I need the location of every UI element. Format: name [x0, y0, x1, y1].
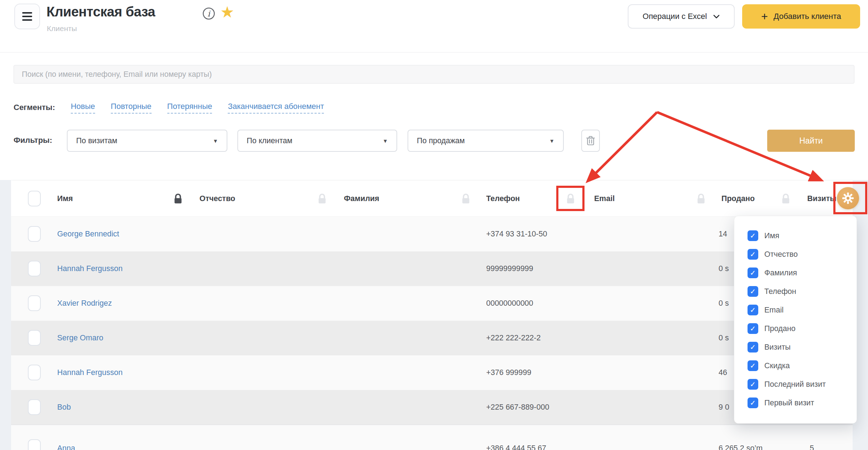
row-checkbox[interactable] — [28, 261, 41, 276]
lock-icon[interactable] — [317, 193, 327, 205]
table-row: Hannah Fergusson999999999990 s — [11, 251, 853, 286]
checked-checkbox[interactable]: ✓ — [748, 379, 758, 390]
client-name-link[interactable]: Hannah Fergusson — [57, 251, 123, 286]
checked-checkbox[interactable]: ✓ — [748, 230, 758, 241]
segments-bar: Сегменты: Новые Повторные Потерянные Зак… — [14, 100, 324, 115]
client-name-link[interactable]: Xavier Rodrigez — [57, 286, 112, 321]
column-toggle-label: Продано — [764, 324, 795, 333]
column-header-surname: Фамилия — [344, 180, 379, 217]
lock-icon-highlighted[interactable] — [566, 193, 575, 205]
checked-checkbox[interactable]: ✓ — [748, 398, 758, 408]
client-sold: 0 s — [719, 321, 729, 355]
segment-link-lost[interactable]: Потерянные — [167, 102, 212, 114]
checked-checkbox[interactable]: ✓ — [748, 323, 758, 334]
column-header-phone: Телефон — [486, 180, 520, 217]
column-toggle-item[interactable]: ✓Отчество — [734, 245, 857, 264]
row-checkbox[interactable] — [28, 330, 41, 346]
table-row: Hannah Fergusson+376 99999946 — [11, 355, 853, 390]
client-phone: 00000000000 — [486, 286, 533, 321]
table-row: Xavier Rodrigez000000000000 s — [11, 286, 853, 321]
clients-table: Имя Отчество Фамилия Телефон Email Прода… — [11, 180, 853, 450]
row-checkbox[interactable] — [28, 295, 41, 311]
hamburger-icon — [22, 12, 32, 14]
column-toggle-item[interactable]: ✓Email — [734, 301, 857, 319]
burger-menu-button[interactable] — [14, 4, 40, 29]
dropdown-triangle-icon: ▼ — [549, 138, 554, 144]
lock-icon[interactable] — [696, 193, 706, 205]
column-toggle-label: Скидка — [764, 361, 790, 370]
column-toggle-label: Телефон — [764, 287, 796, 296]
client-sold: 6 265,2 so’m — [719, 436, 763, 450]
segment-link-new[interactable]: Новые — [71, 102, 95, 114]
client-name-link[interactable]: Anna — [57, 436, 75, 450]
checked-checkbox[interactable]: ✓ — [748, 268, 758, 278]
column-toggle-label: Визиты — [764, 343, 791, 352]
find-button[interactable]: Найти — [767, 130, 855, 152]
client-name-link[interactable]: George Bennedict — [57, 217, 119, 251]
header-divider — [0, 52, 868, 52]
column-toggle-item[interactable]: ✓Продано — [734, 319, 857, 338]
checked-checkbox[interactable]: ✓ — [748, 305, 758, 315]
client-name-link[interactable]: Serge Omaro — [57, 321, 103, 355]
column-settings-panel: ✓Имя✓Отчество✓Фамилия✓Телефон✓Email✓Прод… — [734, 216, 857, 424]
column-toggle-label: Отчество — [764, 250, 798, 259]
client-phone: +222 222-222-2 — [486, 321, 541, 355]
select-all-checkbox[interactable] — [28, 191, 41, 206]
row-checkbox[interactable] — [28, 399, 41, 415]
table-row: Bob+225 667-889-0009 0 — [11, 390, 853, 425]
row-checkbox[interactable] — [28, 439, 41, 450]
column-toggle-item[interactable]: ✓Скидка — [734, 356, 857, 375]
client-phone: +374 93 31-10-50 — [486, 217, 547, 251]
client-phone: 99999999999 — [486, 251, 533, 286]
clear-filters-button[interactable] — [581, 130, 600, 152]
dropdown-triangle-icon: ▼ — [383, 138, 388, 144]
column-toggle-item[interactable]: ✓Фамилия — [734, 264, 857, 282]
column-toggle-item[interactable]: ✓Имя — [734, 226, 857, 245]
filters-label: Фильтры: — [14, 136, 52, 145]
filter-select-clients[interactable]: По клиентам ▼ — [237, 130, 397, 152]
checked-checkbox[interactable]: ✓ — [748, 286, 758, 297]
search-input[interactable] — [14, 65, 854, 84]
column-toggle-label: Фамилия — [764, 269, 797, 278]
favorite-star-icon[interactable]: ★ — [220, 3, 234, 21]
svg-text:i: i — [207, 9, 211, 18]
client-phone: +386 4 444 55 67 — [486, 436, 546, 450]
plus-icon: + — [761, 11, 768, 22]
column-toggle-label: Имя — [764, 231, 779, 240]
add-client-button[interactable]: + Добавить клиента — [742, 4, 860, 29]
segment-link-repeat[interactable]: Повторные — [111, 102, 152, 114]
chevron-down-icon — [713, 15, 720, 19]
client-name-link[interactable]: Bob — [57, 390, 71, 425]
page-title: Клиентская база — [46, 4, 155, 20]
info-icon[interactable]: i — [202, 7, 215, 20]
excel-operations-button[interactable]: Операции с Excel — [628, 4, 735, 29]
column-toggle-item[interactable]: ✓Первый визит — [734, 394, 857, 412]
column-toggle-item[interactable]: ✓Телефон — [734, 282, 857, 301]
breadcrumb: Клиенты — [47, 24, 77, 33]
column-header-sold: Продано — [721, 180, 755, 217]
dropdown-triangle-icon: ▼ — [213, 138, 218, 144]
filter-select-visits[interactable]: По визитам ▼ — [67, 130, 227, 152]
client-name-link[interactable]: Hannah Fergusson — [57, 355, 123, 390]
checked-checkbox[interactable]: ✓ — [748, 342, 758, 352]
segments-label: Сегменты: — [14, 103, 55, 112]
column-toggle-item[interactable]: ✓Визиты — [734, 338, 857, 356]
lock-icon[interactable] — [461, 193, 470, 205]
filter-select-sales[interactable]: По продажам ▼ — [408, 130, 564, 152]
column-toggle-label: Последний визит — [764, 380, 826, 389]
table-body: George Bennedict+374 93 31-10-5014Hannah… — [11, 217, 853, 450]
lock-icon[interactable] — [781, 193, 790, 205]
checked-checkbox[interactable]: ✓ — [748, 360, 758, 371]
row-checkbox[interactable] — [28, 365, 41, 380]
column-toggle-label: Email — [764, 306, 784, 315]
client-phone: +225 667-889-000 — [486, 390, 549, 425]
row-checkbox[interactable] — [28, 226, 41, 242]
table-row: Serge Omaro+222 222-222-20 s — [11, 321, 853, 355]
column-header-email: Email — [594, 180, 615, 217]
gear-icon — [842, 192, 854, 205]
checked-checkbox[interactable]: ✓ — [748, 249, 758, 260]
segment-link-subscription-ending[interactable]: Заканчивается абонемент — [228, 102, 324, 114]
lock-icon[interactable] — [173, 193, 183, 205]
column-settings-button[interactable] — [837, 187, 859, 209]
column-toggle-item[interactable]: ✓Последний визит — [734, 375, 857, 394]
